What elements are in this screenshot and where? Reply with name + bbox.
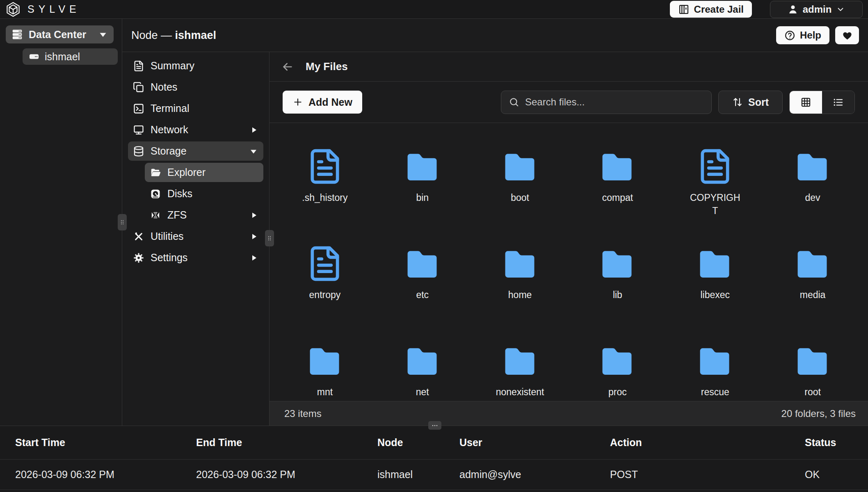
- brand: SYLVE: [5, 2, 80, 17]
- file-item-compat[interactable]: compat: [569, 135, 666, 232]
- menu-item-notes[interactable]: Notes: [128, 77, 263, 97]
- file-name: media: [800, 288, 826, 301]
- file-item-home[interactable]: home: [471, 232, 569, 330]
- file-item-root[interactable]: root: [764, 330, 861, 401]
- file-item-media[interactable]: media: [764, 232, 861, 330]
- menu-item-zfs[interactable]: ZFS: [145, 205, 263, 225]
- column-header-action: Action: [610, 437, 805, 449]
- column-header-user: User: [459, 437, 610, 449]
- datacenter-dropdown[interactable]: Data Center: [6, 25, 114, 43]
- file-item-lib[interactable]: lib: [569, 232, 666, 330]
- audit-cell: 2026-03-09 06:32 PM: [15, 469, 196, 481]
- menu-item-label: Utilities: [151, 230, 184, 242]
- file-name: libexec: [700, 288, 730, 301]
- sylve-logo-icon: [5, 2, 21, 17]
- zfs-icon: [150, 210, 161, 221]
- file-item-copyright[interactable]: COPYRIGHT: [666, 135, 764, 232]
- file-name: root: [804, 385, 821, 399]
- file-name: compat: [602, 191, 633, 204]
- folder-icon: [696, 342, 734, 380]
- add-new-button[interactable]: Add New: [283, 91, 362, 114]
- file-item-nonexistent[interactable]: nonexistent: [471, 330, 569, 401]
- file-item-mnt[interactable]: mnt: [276, 330, 374, 401]
- chevron-right-icon: [249, 253, 258, 263]
- view-toggle: [789, 91, 855, 114]
- list-view-icon: [833, 97, 844, 108]
- audit-log-panel: Start TimeEnd TimeNodeUserActionStatus 2…: [0, 426, 868, 492]
- file-item-etc[interactable]: etc: [374, 232, 471, 330]
- items-count: 23 items: [284, 408, 322, 419]
- menu-item-network[interactable]: Network: [128, 120, 263, 139]
- node-body: SummaryNotesTerminalNetworkStorageExplor…: [122, 52, 868, 426]
- file-item-libexec[interactable]: libexec: [666, 232, 764, 330]
- file-name: etc: [416, 288, 429, 301]
- datacenter-label: Data Center: [29, 29, 86, 41]
- file-item-bin[interactable]: bin: [374, 135, 471, 232]
- menu-item-utilities[interactable]: Utilities: [128, 227, 263, 246]
- grip-dots-icon: [119, 216, 126, 228]
- favorite-button[interactable]: [835, 26, 859, 44]
- chevron-down-icon: [836, 5, 845, 14]
- user-name: admin: [803, 4, 832, 15]
- file-item-boot[interactable]: boot: [471, 135, 569, 232]
- header-actions: Help: [776, 26, 859, 44]
- file-name: rescue: [701, 385, 729, 399]
- user-menu[interactable]: admin: [770, 1, 863, 18]
- menu-item-disks[interactable]: Disks: [145, 184, 263, 203]
- file-name: proc: [608, 385, 627, 399]
- page-title: Node — ishmael: [131, 29, 216, 42]
- file-item-entropy[interactable]: entropy: [276, 232, 374, 330]
- column-header-end-time: End Time: [196, 437, 377, 449]
- menu-item-explorer[interactable]: Explorer: [145, 163, 263, 182]
- gear-icon: [133, 252, 144, 264]
- user-icon: [788, 4, 798, 15]
- folders-files-count: 20 folders, 3 files: [781, 408, 856, 419]
- file-explorer: My Files Add New: [270, 52, 868, 426]
- search-input[interactable]: [525, 96, 704, 108]
- file-name: lib: [613, 288, 622, 301]
- menu-item-summary[interactable]: Summary: [128, 56, 263, 75]
- database-icon: [133, 146, 144, 157]
- grip-dots-icon: [266, 232, 273, 244]
- list-view-button[interactable]: [822, 91, 854, 114]
- sidebar-resize-grip[interactable]: [118, 214, 127, 230]
- audit-cell: 2026-03-09 06:32 PM: [196, 469, 377, 481]
- file-name: COPYRIGHT: [687, 191, 743, 217]
- panel-resize-handle[interactable]: [428, 421, 441, 430]
- table-row[interactable]: 2026-03-09 06:32 PM2026-03-09 06:32 PMis…: [0, 459, 868, 490]
- main-area: Data Center ishmael Node — ishmael Help: [0, 19, 868, 426]
- top-bar: SYLVE Create Jail admin: [0, 0, 868, 19]
- sidebar-node-ishmael[interactable]: ishmael: [23, 48, 118, 65]
- folder-icon: [794, 245, 831, 282]
- menu-item-storage[interactable]: Storage: [128, 141, 263, 161]
- menu-item-settings[interactable]: Settings: [128, 248, 263, 267]
- help-button[interactable]: Help: [776, 26, 829, 44]
- file-item--sh-history[interactable]: .sh_history: [276, 135, 374, 232]
- file-item-rescue[interactable]: rescue: [666, 330, 764, 401]
- menu-item-label: Settings: [151, 252, 187, 264]
- sort-arrows-icon: [732, 97, 743, 107]
- audit-table-header: Start TimeEnd TimeNodeUserActionStatus: [0, 426, 868, 459]
- heart-icon: [842, 30, 853, 41]
- menu-item-label: Disks: [167, 188, 192, 200]
- file-icon: [696, 148, 734, 185]
- create-jail-button[interactable]: Create Jail: [670, 1, 752, 18]
- menu-resize-grip[interactable]: [265, 230, 274, 246]
- folder-icon: [404, 245, 441, 282]
- menu-item-label: Summary: [151, 60, 194, 72]
- file-name: dev: [805, 191, 820, 204]
- chevron-right-icon: [249, 210, 258, 220]
- triangle-down-icon: [98, 29, 108, 40]
- file-item-proc[interactable]: proc: [569, 330, 666, 401]
- grid-view-button[interactable]: [790, 91, 822, 114]
- back-arrow-icon[interactable]: [281, 60, 294, 73]
- file-item-dev[interactable]: dev: [764, 135, 861, 232]
- file-item-net[interactable]: net: [374, 330, 471, 401]
- sort-button[interactable]: Sort: [718, 91, 783, 114]
- audit-table-rows: 2026-03-09 06:32 PM2026-03-09 06:32 PMis…: [0, 459, 868, 490]
- column-header-status: Status: [805, 437, 868, 449]
- menu-item-terminal[interactable]: Terminal: [128, 99, 263, 118]
- terminal-icon: [133, 103, 144, 114]
- folder-icon: [404, 148, 441, 185]
- resource-sidebar: Data Center ishmael: [0, 19, 122, 426]
